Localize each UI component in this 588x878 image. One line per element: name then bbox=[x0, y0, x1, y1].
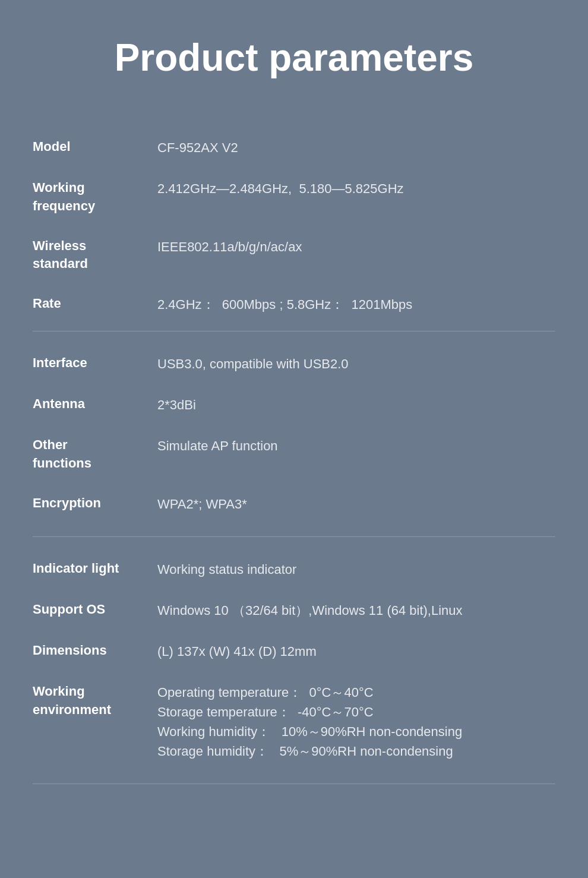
param-row-dimensions: Dimensions (L) 137x (W) 41x (D) 12mm bbox=[33, 631, 555, 672]
param-row-encryption: Encryption WPA2*; WPA3* bbox=[33, 484, 555, 525]
param-label-dimensions: Dimensions bbox=[33, 642, 157, 660]
params-table: Model CF-952AX V2 Workingfrequency 2.412… bbox=[33, 127, 555, 784]
param-label-antenna: Antenna bbox=[33, 395, 157, 413]
param-row-antenna: Antenna 2*3dBi bbox=[33, 384, 555, 425]
param-row-indicator-light: Indicator light Working status indicator bbox=[33, 549, 555, 590]
param-label-rate: Rate bbox=[33, 295, 157, 313]
param-value-other-functions: Simulate AP function bbox=[157, 436, 555, 456]
param-row-model: Model CF-952AX V2 bbox=[33, 127, 555, 168]
param-row-wireless-standard: Wirelessstandard IEEE802.11a/b/g/n/ac/ax bbox=[33, 226, 555, 285]
param-row-support-os: Support OS Windows 10 （32/64 bit）,Window… bbox=[33, 590, 555, 631]
param-label-support-os: Support OS bbox=[33, 601, 157, 619]
param-value-antenna: 2*3dBi bbox=[157, 395, 555, 415]
param-label-model: Model bbox=[33, 138, 157, 156]
param-row-other-functions: Otherfunctions Simulate AP function bbox=[33, 425, 555, 484]
param-label-working-frequency: Workingfrequency bbox=[33, 179, 157, 216]
param-label-encryption: Encryption bbox=[33, 494, 157, 513]
page-title: Product parameters bbox=[33, 24, 555, 97]
param-value-indicator-light: Working status indicator bbox=[157, 560, 555, 579]
divider-1 bbox=[33, 331, 555, 331]
param-value-rate: 2.4GHz： 600Mbps ; 5.8GHz： 1201Mbps bbox=[157, 295, 555, 314]
page-container: Product parameters Model CF-952AX V2 Wor… bbox=[0, 0, 588, 878]
param-value-encryption: WPA2*; WPA3* bbox=[157, 494, 555, 514]
param-value-interface: USB3.0, compatible with USB2.0 bbox=[157, 354, 555, 374]
param-label-other-functions: Otherfunctions bbox=[33, 436, 157, 473]
param-value-working-environment: Operating temperature： 0°C～40°C Storage … bbox=[157, 683, 555, 761]
param-value-dimensions: (L) 137x (W) 41x (D) 12mm bbox=[157, 642, 555, 661]
param-value-support-os: Windows 10 （32/64 bit）,Windows 11 (64 bi… bbox=[157, 601, 555, 620]
param-value-wireless-standard: IEEE802.11a/b/g/n/ac/ax bbox=[157, 237, 555, 257]
param-value-working-frequency: 2.412GHz—2.484GHz, 5.180—5.825GHz bbox=[157, 179, 555, 198]
param-value-model: CF-952AX V2 bbox=[157, 138, 555, 157]
param-row-working-frequency: Workingfrequency 2.412GHz—2.484GHz, 5.18… bbox=[33, 168, 555, 226]
param-label-working-environment: Workingenvironment bbox=[33, 683, 157, 719]
param-row-rate: Rate 2.4GHz： 600Mbps ; 5.8GHz： 1201Mbps bbox=[33, 284, 555, 325]
param-label-wireless-standard: Wirelessstandard bbox=[33, 237, 157, 274]
param-row-interface: Interface USB3.0, compatible with USB2.0 bbox=[33, 343, 555, 384]
param-row-working-environment: Workingenvironment Operating temperature… bbox=[33, 672, 555, 772]
divider-2 bbox=[33, 536, 555, 537]
param-label-indicator-light: Indicator light bbox=[33, 560, 157, 578]
divider-3 bbox=[33, 784, 555, 784]
param-label-interface: Interface bbox=[33, 354, 157, 372]
